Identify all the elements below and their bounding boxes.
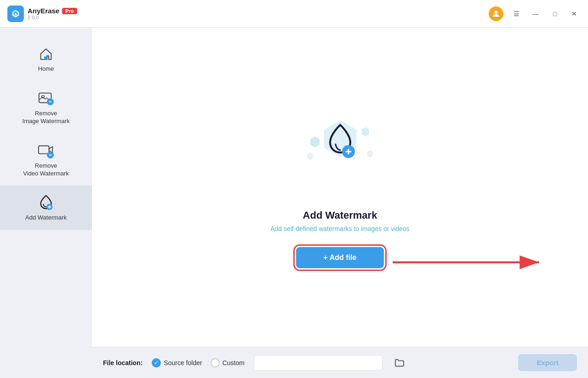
- maximize-button[interactable]: □: [548, 7, 561, 20]
- app-version: 2.0.0: [28, 15, 77, 20]
- bottom-bar: File location: ✓ Source folder Custom: [92, 347, 588, 378]
- svg-rect-9: [49, 154, 52, 155]
- main-content-area: Add Watermark Add self-defined watermark…: [92, 28, 588, 347]
- folder-browse-button[interactable]: [392, 355, 407, 371]
- add-file-section: + Add file: [296, 247, 384, 268]
- sidebar-remove-image-label: RemoveImage Watermark: [23, 110, 70, 125]
- menu-icon[interactable]: ☰: [510, 7, 523, 20]
- svg-marker-12: [310, 136, 320, 147]
- source-folder-radio[interactable]: ✓: [152, 358, 161, 367]
- export-button[interactable]: Export: [518, 354, 577, 371]
- sidebar-item-add-watermark[interactable]: Add Watermark: [0, 186, 92, 230]
- svg-marker-15: [308, 152, 313, 160]
- sidebar-item-remove-image[interactable]: RemoveImage Watermark: [0, 81, 92, 134]
- close-button[interactable]: ✕: [568, 7, 581, 20]
- sidebar-add-watermark-label: Add Watermark: [25, 214, 67, 222]
- minimize-button[interactable]: —: [529, 7, 542, 20]
- custom-radio[interactable]: [211, 358, 220, 367]
- app-name-block: AnyErase Pro 2.0.0: [28, 7, 77, 20]
- watermark-illustration: [285, 107, 395, 198]
- svg-marker-14: [367, 150, 373, 158]
- svg-rect-7: [39, 146, 49, 153]
- main-layout: Home RemoveImage Watermark RemoveVideo W…: [0, 28, 588, 378]
- source-folder-label: Source folder: [164, 359, 202, 367]
- main-title: Add Watermark: [303, 209, 377, 221]
- titlebar-actions: ☰ — □ ✕: [489, 6, 581, 21]
- radio-group: ✓ Source folder Custom: [152, 358, 245, 367]
- add-file-button[interactable]: + Add file: [296, 247, 384, 268]
- svg-marker-13: [362, 127, 369, 136]
- file-location-label: File location:: [103, 359, 143, 367]
- custom-label: Custom: [223, 359, 245, 367]
- svg-rect-2: [44, 56, 48, 59]
- custom-option[interactable]: Custom: [211, 358, 245, 367]
- source-folder-option[interactable]: ✓ Source folder: [152, 358, 202, 367]
- titlebar: AnyErase Pro 2.0.0 ☰ — □ ✕: [0, 0, 588, 28]
- custom-path-input[interactable]: [254, 355, 382, 371]
- sidebar-remove-video-label: RemoveVideo Watermark: [23, 162, 69, 178]
- main-panel: Add Watermark Add self-defined watermark…: [92, 28, 588, 378]
- svg-point-1: [495, 11, 498, 14]
- sidebar: Home RemoveImage Watermark RemoveVideo W…: [0, 28, 92, 378]
- main-subtitle: Add self-defined watermarks to images or…: [270, 225, 410, 232]
- svg-rect-6: [49, 102, 52, 102]
- arrow-indicator: [393, 248, 549, 276]
- sidebar-item-home[interactable]: Home: [0, 37, 92, 81]
- svg-rect-0: [15, 13, 17, 15]
- sidebar-home-label: Home: [38, 65, 54, 73]
- app-name-text: AnyErase: [28, 7, 59, 15]
- pro-badge: Pro: [62, 8, 77, 14]
- app-icon: [7, 6, 24, 22]
- sidebar-item-remove-video[interactable]: RemoveVideo Watermark: [0, 134, 92, 186]
- user-avatar-icon[interactable]: [489, 6, 503, 21]
